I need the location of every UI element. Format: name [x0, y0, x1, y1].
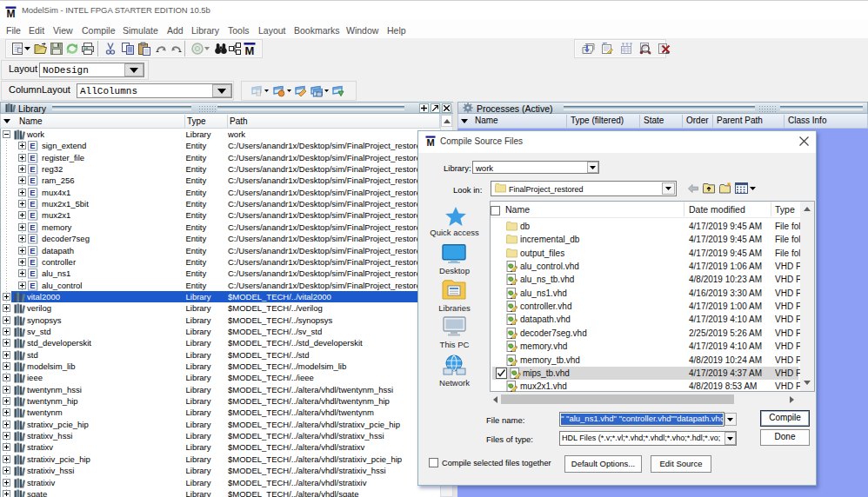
svg-text:E: E [30, 141, 35, 150]
svg-text:E: E [30, 268, 35, 278]
svg-text:E: E [30, 176, 35, 185]
svg-text:E: E [30, 257, 35, 267]
svg-text:E: E [30, 153, 35, 162]
svg-text:E: E [30, 222, 35, 232]
svg-text:E: E [30, 281, 35, 290]
svg-text:E: E [30, 234, 35, 243]
svg-text:E: E [30, 199, 35, 209]
svg-text:E: E [30, 246, 35, 255]
svg-text:M: M [245, 44, 255, 56]
svg-text:E: E [30, 188, 35, 197]
svg-text:M: M [426, 137, 434, 146]
svg-text:E: E [30, 164, 35, 174]
svg-text:M: M [7, 8, 16, 17]
svg-text:E: E [30, 210, 35, 220]
